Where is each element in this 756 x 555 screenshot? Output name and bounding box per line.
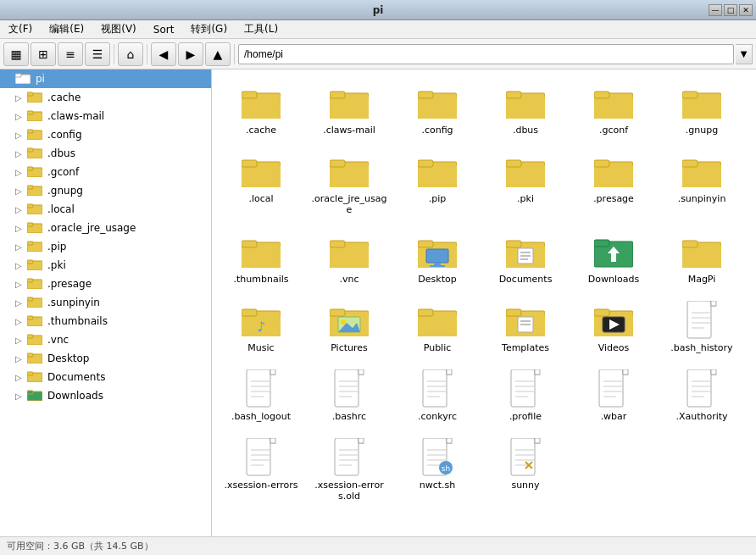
close-button[interactable]: ✕ [739,4,753,16]
menu-item-sort[interactable]: Sort [148,22,180,37]
view-detail-list-button[interactable]: ☰ [85,42,110,66]
sidebar-item-pi[interactable]: pi [0,69,211,88]
file-item-label: MagPi [688,274,716,285]
view-compact-grid-button[interactable]: ⊞ [31,42,56,66]
file-item[interactable]: Downloads [571,225,656,291]
file-item[interactable]: .pip [395,145,480,221]
folder-icon [27,314,44,328]
address-dropdown-button[interactable]: ▼ [736,44,753,64]
sidebar-item-presage[interactable]: ▷.presage [0,275,211,293]
sidebar-item-gconf[interactable]: ▷.gconf [0,163,211,181]
view-icon-grid-button[interactable]: ▦ [3,42,29,66]
file-item[interactable]: .sunpinyin [659,145,744,221]
file-item[interactable]: .profile [483,363,568,428]
sidebar-item-dbus[interactable]: ▷.dbus [0,144,211,163]
file-item[interactable]: Desktop [395,225,480,291]
sidebar-item-desktop[interactable]: ▷Desktop [0,349,211,368]
expand-icon: ▷ [15,261,27,270]
svg-rect-103 [330,309,345,316]
svg-rect-38 [242,92,257,98]
sidebar-item-sunpinyin[interactable]: ▷.sunpinyin [0,293,211,312]
file-item[interactable]: .oracle_jre_usage [307,145,392,221]
file-item-label: .vnc [339,274,359,285]
file-item[interactable]: Templates [483,294,568,359]
file-item[interactable]: .vnc [307,225,392,291]
sidebar-item-downloads[interactable]: ▷Downloads [0,386,211,405]
file-item[interactable]: .Xauthority [659,363,744,428]
file-item[interactable]: .xsession-errors [219,431,303,508]
window-controls[interactable]: — □ ✕ [709,4,753,16]
file-item[interactable]: .bash_history [659,294,744,359]
main-area: pi▷.cache▷.claws-mail▷.config▷.dbus▷.gco… [0,69,756,536]
svg-rect-74 [242,241,257,247]
menu-item-e[interactable]: 编辑(E) [44,20,89,38]
forward-button[interactable]: ▶ [178,42,203,66]
file-item[interactable]: ♪ Music [219,294,303,359]
file-item-label: nwct.sh [420,480,456,491]
folder-icon [27,258,44,272]
svg-rect-172 [270,438,275,443]
sidebar-item-vnc[interactable]: ▷.vnc [0,330,211,349]
sidebar-item-cache[interactable]: ▷.cache [0,88,211,107]
svg-rect-64 [506,165,545,187]
sidebar-item-pip[interactable]: ▷.pip [0,237,211,256]
maximize-button[interactable]: □ [724,4,737,16]
view-compact-list-button[interactable]: ≡ [58,42,83,66]
file-item[interactable]: .gnupg [659,76,744,142]
file-item[interactable]: .pki [483,145,568,221]
folder-icon [27,296,44,309]
file-item[interactable]: .dbus [483,76,568,142]
sidebar-item-local[interactable]: ▷.local [0,200,211,219]
folder-icon [681,231,722,272]
sidebar-item-gnupg[interactable]: ▷.gnupg [0,181,211,200]
file-item[interactable]: .local [219,145,303,221]
sidebar-item-oraclejreusage[interactable]: ▷.oracle_jre_usage [0,219,211,237]
file-item[interactable]: .wbar [571,363,656,428]
svg-rect-170 [247,438,270,475]
menu-item-v[interactable]: 视图(V) [96,20,142,38]
home-button[interactable]: ⌂ [118,42,143,66]
up-button[interactable]: ▲ [205,42,231,66]
file-item[interactable]: .cache [219,76,303,142]
svg-rect-13 [27,186,33,189]
sidebar: pi▷.cache▷.claws-mail▷.config▷.dbus▷.gco… [0,69,212,536]
menu-item-f[interactable]: 文(F) [3,20,37,38]
file-item[interactable]: sunny [483,431,568,508]
back-button[interactable]: ◀ [151,42,176,66]
file-item[interactable]: .conkyrc [395,363,480,428]
file-item[interactable]: .claws-mail [307,76,392,142]
menu-item-g[interactable]: 转到(G) [186,20,232,38]
file-item[interactable]: .presage [571,145,656,221]
sidebar-item-thumbnails[interactable]: ▷.thumbnails [0,312,211,330]
file-item[interactable]: Public [395,294,480,359]
sidebar-item-documents[interactable]: ▷Documents [0,368,211,386]
file-item-label: .profile [509,411,542,422]
toolbar-separator-2 [147,44,147,64]
file-item[interactable]: .thumbnails [219,225,303,291]
file-item[interactable]: .config [395,76,480,142]
sidebar-item-pki[interactable]: ▷.pki [0,256,211,275]
file-item[interactable]: .xsession-errors.old [307,431,392,508]
sidebar-item-config[interactable]: ▷.config [0,125,211,144]
sidebar-item-clawsmail[interactable]: ▷.claws-mail [0,107,211,125]
svg-rect-7 [27,130,33,133]
expand-icon: ▷ [15,317,27,326]
file-item[interactable]: .bashrc [307,363,392,428]
file-item[interactable]: Documents [483,225,568,291]
minimize-button[interactable]: — [709,4,722,16]
folder-icon [27,109,44,123]
file-item[interactable]: MagPi [659,225,744,291]
svg-rect-137 [359,369,364,375]
svg-rect-95 [682,246,721,268]
menu-item-l[interactable]: 工具(L) [239,20,283,38]
file-item[interactable]: sh nwct.sh [395,431,480,508]
menubar: 文(F)编辑(E)视图(V)Sort转到(G)工具(L) [0,20,756,39]
svg-rect-59 [330,160,345,167]
file-item[interactable]: .gconf [571,76,656,142]
address-bar[interactable] [238,44,734,64]
svg-text:sh: sh [442,464,450,473]
folder-icon [27,240,44,253]
file-item[interactable]: Videos [571,294,656,359]
file-item[interactable]: .bash_logout [219,363,303,428]
file-item[interactable]: Pictures [307,294,392,359]
